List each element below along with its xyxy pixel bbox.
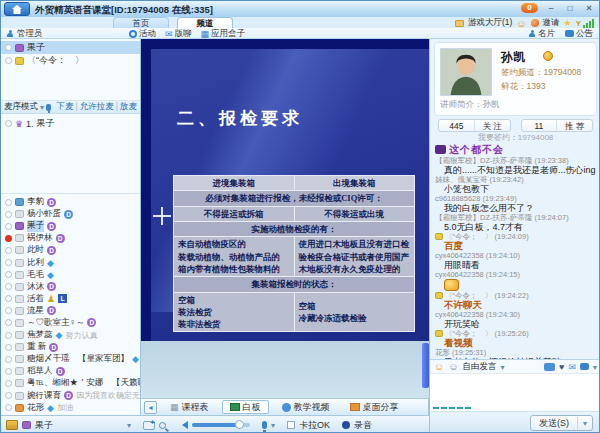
shirt-icon [15, 57, 24, 65]
member-row[interactable]: 杨小虾蛋D [1, 208, 140, 220]
member-row[interactable]: 婉行课育D因为我喜欢确定无尾声 [1, 390, 140, 402]
tab-channel[interactable]: 频道 [177, 17, 233, 28]
status-bar: 果子 卡拉OK 录音 [1, 415, 429, 433]
emoticon-picker-icon[interactable] [434, 361, 444, 372]
zoom-icon[interactable] [159, 422, 166, 429]
emotion-icon[interactable] [516, 18, 526, 29]
shirt-icon [15, 283, 24, 291]
member-row[interactable]: 重 新D [1, 341, 140, 353]
speak-mode-select[interactable]: 自由发言 [462, 361, 496, 373]
snapshot-icon[interactable] [143, 421, 155, 430]
mic-icon[interactable] [262, 421, 267, 429]
maximize-button[interactable]: □ [564, 3, 576, 13]
heart-icon[interactable] [559, 362, 564, 372]
send-button[interactable]: 发送(S) [530, 415, 593, 431]
board-tab-bar: 课程表 白板 教学视频 桌面分享 [141, 398, 429, 415]
member-row[interactable]: 果子D [1, 220, 140, 232]
level-badge: D [47, 306, 56, 315]
favorite-icon[interactable] [564, 18, 572, 28]
vertical-scrollbar[interactable] [422, 343, 429, 388]
member-row[interactable]: 焦梦蕊努力认真 [1, 329, 140, 341]
home-button[interactable] [4, 2, 30, 16]
member-row[interactable]: 祸伊林D [1, 232, 140, 244]
member-row[interactable]: 此时D [1, 244, 140, 256]
vip-row[interactable]: 〈“今令： 〉 [1, 54, 140, 67]
member-row[interactable]: 比利 [1, 256, 140, 268]
owner-row[interactable]: 果子 [1, 41, 140, 54]
tab-whiteboard[interactable]: 白板 [222, 400, 269, 414]
member-row[interactable]: 粤℡、缃缃★＇安娜 【天籁歌手】 [1, 377, 140, 389]
network-signal-icon: Y [576, 19, 594, 28]
member-row[interactable]: 糖烟〆千瑶 【皇家军团】 [1, 353, 140, 365]
level-badge: D [87, 318, 96, 327]
shirt-icon [15, 234, 24, 242]
recommend-button[interactable]: 11 推 荐 [521, 119, 594, 132]
mail-icon [165, 29, 173, 39]
radio-icon [5, 392, 12, 399]
activity-button[interactable]: 活动 [129, 28, 156, 40]
radio-icon [5, 356, 12, 363]
radio-icon [5, 247, 12, 254]
current-user-name[interactable]: 果子 [35, 419, 53, 432]
chat-bubble-icon[interactable] [580, 363, 589, 370]
member-row[interactable]: 沐沐D [1, 281, 140, 293]
sign-contract-link[interactable]: 我要签约：19794008 [430, 132, 600, 143]
chevron-down-icon[interactable] [593, 362, 597, 372]
tab-screen-share[interactable]: 桌面分享 [343, 400, 406, 414]
karaoke-checkbox[interactable] [287, 421, 295, 429]
notice-button[interactable]: 公告 [565, 28, 593, 40]
coin-icon[interactable] [531, 19, 539, 27]
app-box-button[interactable]: 应用盒子 [201, 28, 246, 40]
close-button[interactable]: ✕ [583, 3, 595, 13]
name-card-button[interactable]: 名片 [528, 28, 555, 40]
chevron-down-icon[interactable] [40, 102, 44, 112]
volume-knob[interactable] [235, 420, 244, 429]
send-row: 发送(S) [430, 411, 600, 433]
member-row[interactable]: 稻草人D [1, 365, 140, 377]
member-row[interactable]: 毛毛 [1, 269, 140, 281]
envelope-icon[interactable] [568, 362, 576, 372]
emoticon-settings-icon[interactable] [448, 361, 458, 372]
whiteboard-icon [230, 403, 240, 411]
mic-mode-label[interactable]: 麦序模式 [4, 101, 38, 113]
mic-down-link[interactable]: 下麦 [57, 101, 74, 113]
tab-schedule[interactable]: 课程表 [163, 400, 216, 414]
member-row[interactable]: 流星D [1, 305, 140, 317]
chat-sender: 【霜狼军校】DZ-扶苏-萨蒂隆(19:23:38) [435, 156, 596, 165]
record-icon[interactable] [342, 421, 350, 429]
collapse-panel-icon[interactable] [144, 401, 157, 414]
speaker-icon[interactable] [178, 421, 188, 429]
shirt-icon [15, 222, 24, 230]
chevron-down-icon[interactable] [127, 420, 131, 430]
allow-pull-mic-link[interactable]: 允许拉麦 [80, 101, 114, 113]
chevron-down-icon[interactable] [500, 362, 504, 372]
member-row[interactable]: ～♡歌室主♀～D [1, 317, 140, 329]
level-badge: D [64, 210, 73, 219]
follow-button[interactable]: 445 关 注 [438, 119, 511, 132]
chevron-down-icon[interactable] [578, 418, 592, 428]
shirt-icon [15, 367, 24, 375]
shirt-icon [15, 198, 24, 206]
tab-home[interactable]: 首页 [113, 17, 169, 28]
chat-text-input[interactable] [430, 374, 600, 411]
chevron-down-icon[interactable] [271, 420, 275, 430]
chat-sender: 【霜狼军校】DZ-扶苏-萨蒂隆(19:24:07) [435, 213, 596, 222]
member-row[interactable]: 李豹D [1, 196, 140, 208]
tab-teaching-video[interactable]: 教学视频 [275, 400, 337, 414]
radio-icon [5, 307, 12, 314]
tv-icon[interactable] [544, 363, 555, 371]
release-mic-link[interactable]: 放麦 [120, 101, 137, 113]
message-count-badge[interactable]: 0 [521, 3, 538, 13]
minimize-button[interactable]: – [545, 3, 557, 13]
member-row[interactable]: 活着L [1, 293, 140, 305]
admin-button[interactable]: 管理员 [17, 28, 43, 40]
member-row[interactable]: 花形加油 [1, 402, 140, 414]
volume-slider[interactable] [192, 423, 250, 427]
chat-message: 百度 [435, 241, 596, 251]
treasure-box-icon[interactable] [6, 420, 18, 430]
level-badge: D [56, 234, 65, 243]
board-chat-button[interactable]: 版聊 [165, 28, 192, 40]
mic-queue-row[interactable]: 1. 果子 [1, 117, 140, 130]
member-list: 李豹D 杨小虾蛋D 果子D 祸伊林D 此时D 比利 毛毛 沐沐D 活着L 流星D… [1, 194, 140, 414]
queue-name: 果子 [37, 117, 55, 130]
